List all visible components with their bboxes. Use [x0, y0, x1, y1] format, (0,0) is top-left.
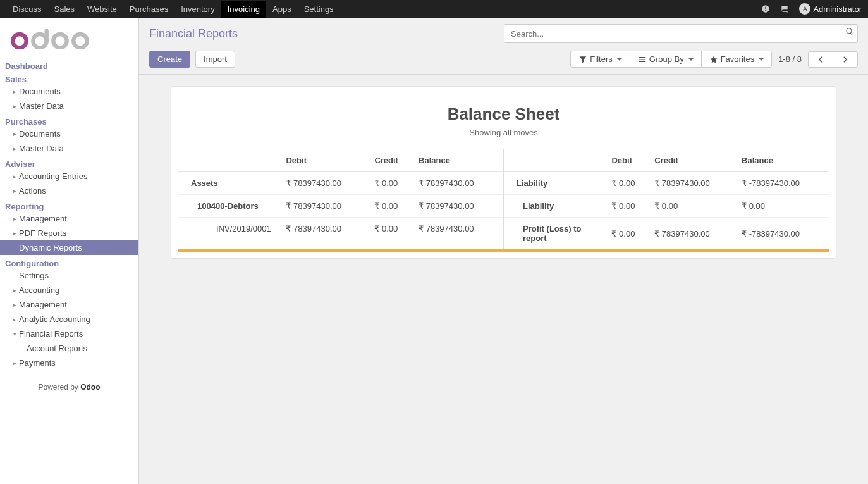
nav-header-adviser[interactable]: Adviser	[0, 156, 138, 169]
nav-item-accounting[interactable]: ▸Accounting	[0, 283, 138, 297]
nav-item-label: Master Data	[19, 101, 64, 111]
table-row[interactable]: Assets₹ 78397430.00₹ 0.00₹ 78397430.00	[178, 172, 503, 195]
nav-item-account-reports[interactable]: Account Reports	[0, 341, 138, 356]
table-row[interactable]: Profit (Loss) to report₹ 0.00₹ 78397430.…	[504, 218, 829, 250]
activity-icon[interactable]	[761, 4, 771, 14]
cell-debit: ₹ 78397430.00	[282, 172, 370, 195]
nav-header-configuration[interactable]: Configuration	[0, 255, 138, 268]
top-menubar: DiscussSalesWebsitePurchasesInventoryInv…	[0, 0, 868, 18]
table-row[interactable]: Liability₹ 0.00₹ 78397430.00₹ -78397430.…	[504, 172, 829, 195]
nav-item-label: Documents	[19, 87, 61, 96]
cell-balance: ₹ -78397430.00	[738, 218, 829, 250]
favorites-button[interactable]: Favorites	[701, 51, 772, 68]
chevron-right-icon: ▸	[11, 131, 18, 137]
chat-icon[interactable]	[780, 4, 790, 14]
nav-item-label: Accounting	[19, 285, 59, 295]
nav-item-documents[interactable]: ▸Documents	[0, 127, 138, 141]
avatar: A	[799, 3, 810, 15]
cell-balance: ₹ -78397430.00	[738, 172, 829, 195]
svg-point-3	[73, 34, 87, 47]
nav-header-dashboard[interactable]: Dashboard	[0, 58, 138, 71]
nav-item-settings[interactable]: Settings	[0, 268, 138, 283]
topmenu-item-apps[interactable]: Apps	[266, 1, 298, 18]
search-input[interactable]	[504, 24, 858, 43]
row-label: Profit (Loss) to report	[504, 218, 608, 250]
nav-item-payments[interactable]: ▸Payments	[0, 356, 138, 370]
chevron-right-icon: ▸	[11, 316, 18, 323]
report-title: Balance Sheet	[178, 104, 829, 124]
powered-by-label: Powered by Odoo	[0, 370, 138, 404]
pager-label: 1-8 / 8	[778, 54, 802, 64]
cell-debit: ₹ 0.00	[608, 172, 651, 195]
table-row[interactable]: Liability₹ 0.00₹ 0.00₹ 0.00	[504, 195, 829, 218]
nav-item-label: Analytic Accounting	[19, 314, 90, 324]
svg-point-2	[53, 34, 66, 47]
nav-item-label: Payments	[19, 358, 56, 368]
nav-item-management[interactable]: ▸Management	[0, 297, 138, 312]
pager-prev-button[interactable]	[808, 51, 833, 68]
row-label: Assets	[178, 172, 282, 195]
nav-item-pdf-reports[interactable]: ▸PDF Reports	[0, 226, 138, 240]
topmenu-item-settings[interactable]: Settings	[298, 1, 340, 18]
nav-item-financial-reports[interactable]: ▾Financial Reports	[0, 326, 138, 341]
chevron-right-icon: ▸	[11, 360, 18, 366]
cell-credit: ₹ 0.00	[370, 172, 415, 195]
svg-point-0	[13, 34, 26, 47]
topmenu-item-sales[interactable]: Sales	[48, 1, 82, 18]
nav-item-analytic-accounting[interactable]: ▸Analytic Accounting	[0, 312, 138, 326]
nav-item-label: Management	[19, 214, 67, 223]
chevron-right-icon: ▸	[11, 287, 18, 294]
control-panel: Financial Reports Create Import Filters	[139, 18, 868, 75]
top-menu: DiscussSalesWebsitePurchasesInventoryInv…	[6, 1, 340, 18]
cell-credit: ₹ 0.00	[370, 195, 415, 218]
nav-item-master-data[interactable]: ▸Master Data	[0, 99, 138, 113]
row-label: Liability	[504, 172, 608, 195]
chevron-right-icon: ▸	[11, 230, 18, 237]
nav-item-label: Account Reports	[27, 344, 87, 353]
nav-item-management[interactable]: ▸Management	[0, 211, 138, 226]
right-table: Debit Credit Balance Liability₹ 0.00₹ 78…	[504, 149, 829, 249]
nav-item-actions[interactable]: ▸Actions	[0, 183, 138, 198]
nav-item-label: Dynamic Reports	[19, 243, 82, 252]
nav-item-label: Settings	[19, 271, 49, 280]
chevron-right-icon: ▸	[11, 188, 18, 194]
table-row[interactable]: 100400-Debtors₹ 78397430.00₹ 0.00₹ 78397…	[178, 195, 503, 218]
cell-balance: ₹ 78397430.00	[415, 172, 503, 195]
nav-header-sales[interactable]: Sales	[0, 71, 138, 84]
nav-header-purchases[interactable]: Purchases	[0, 113, 138, 127]
cell-balance: ₹ 78397430.00	[415, 195, 503, 218]
topmenu-item-website[interactable]: Website	[81, 1, 123, 18]
nav-item-label: Documents	[19, 129, 61, 139]
topmenu-item-inventory[interactable]: Inventory	[174, 1, 221, 18]
pager-next-button[interactable]	[833, 51, 858, 68]
nav-item-label: Master Data	[19, 144, 64, 153]
create-button[interactable]: Create	[149, 51, 190, 68]
nav-item-dynamic-reports[interactable]: Dynamic Reports	[0, 240, 138, 255]
nav-item-label: Financial Reports	[19, 329, 83, 338]
nav-item-documents[interactable]: ▸Documents	[0, 84, 138, 99]
report-subtitle: Showing all moves	[178, 128, 829, 137]
import-button[interactable]: Import	[195, 51, 235, 68]
chevron-right-icon: ▸	[11, 302, 18, 308]
row-label: 100400-Debtors	[178, 195, 282, 218]
topmenu-item-purchases[interactable]: Purchases	[123, 1, 174, 18]
cell-debit: ₹ 78397430.00	[282, 218, 370, 240]
row-label: INV/2019/0001	[178, 218, 282, 240]
chevron-right-icon: ▾	[11, 331, 18, 337]
col-debit: Debit	[282, 149, 370, 172]
nav-item-master-data[interactable]: ▸Master Data	[0, 141, 138, 156]
chevron-right-icon: ▸	[11, 146, 18, 152]
left-table: Debit Credit Balance Assets₹ 78397430.00…	[178, 149, 503, 240]
groupby-button[interactable]: Group By	[630, 51, 702, 68]
user-menu[interactable]: A Administrator	[799, 3, 862, 15]
filters-button[interactable]: Filters	[570, 51, 630, 68]
search-icon[interactable]	[845, 27, 854, 38]
nav-header-reporting[interactable]: Reporting	[0, 198, 138, 211]
nav-item-accounting-entries[interactable]: ▸Accounting Entries	[0, 169, 138, 183]
topmenu-item-invoicing[interactable]: Invoicing	[221, 1, 266, 18]
chevron-right-icon: ▸	[11, 89, 18, 95]
table-row[interactable]: INV/2019/0001₹ 78397430.00₹ 0.00₹ 783974…	[178, 218, 503, 240]
row-label: Liability	[504, 195, 608, 218]
col-credit: Credit	[651, 149, 738, 172]
topmenu-item-discuss[interactable]: Discuss	[6, 1, 48, 18]
